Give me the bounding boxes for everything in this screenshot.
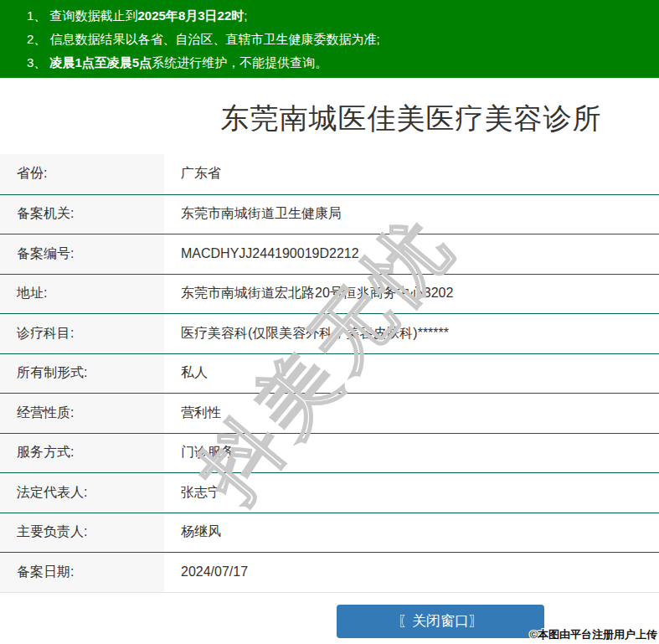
table-row-filing-authority: 备案机关: 东莞市南城街道卫生健康局 bbox=[0, 194, 659, 234]
field-label: 经营性质: bbox=[0, 394, 164, 433]
table-row-departments: 诊疗科目: 医疗美容科(仅限美容外科，美容皮肤科)****** bbox=[0, 313, 659, 353]
field-label: 法定代表人: bbox=[0, 473, 164, 513]
field-value: 营利性 bbox=[164, 394, 221, 433]
page-title: 东莞南城医佳美医疗美容诊所 bbox=[221, 102, 602, 134]
table-row-address: 地址: 东莞市南城街道宏北路20号恒兆商务中心3202 bbox=[0, 274, 659, 314]
field-label: 备案机关: bbox=[0, 195, 164, 234]
table-row-service-mode: 服务方式: 门诊服务 bbox=[0, 433, 659, 473]
title-wrap: 东莞南城医佳美医疗美容诊所 bbox=[0, 101, 659, 135]
table-row-legal-representative: 法定代表人: 张志宁 bbox=[0, 472, 659, 513]
field-value: MACDHYJJ244190019D2212 bbox=[164, 234, 359, 274]
field-label: 地址: bbox=[0, 275, 164, 314]
notice-3-text: 3、 bbox=[27, 55, 50, 70]
field-label: 服务方式: bbox=[0, 434, 164, 473]
table-row-business-nature: 经营性质: 营利性 bbox=[0, 393, 659, 433]
field-value: 杨继风 bbox=[164, 513, 221, 553]
field-value: 张志宁 bbox=[164, 473, 221, 513]
close-window-button[interactable]: 〖关闭窗口〗 bbox=[337, 605, 544, 638]
notice-line-3: 3、 凌晨1点至凌晨5点系统进行维护，不能提供查询。 bbox=[27, 51, 651, 75]
field-value: 医疗美容科(仅限美容外科，美容皮肤科)****** bbox=[164, 314, 449, 353]
field-value: 门诊服务 bbox=[164, 434, 234, 473]
field-value: 私人 bbox=[164, 354, 208, 394]
detail-table: 省份: 广东省 备案机关: 东莞市南城街道卫生健康局 备案编号: MACDHYJ… bbox=[0, 154, 659, 593]
field-label: 诊疗科目: bbox=[0, 314, 164, 353]
field-value: 2024/07/17 bbox=[164, 553, 248, 592]
field-label: 备案编号: bbox=[0, 234, 164, 274]
table-row-province: 省份: 广东省 bbox=[0, 154, 659, 194]
field-label: 省份: bbox=[0, 154, 164, 194]
table-row-filing-number: 备案编号: MACDHYJJ244190019D2212 bbox=[0, 234, 659, 274]
table-row-principal: 主要负责人: 杨继风 bbox=[0, 513, 659, 553]
notice-1-suffix: ; bbox=[244, 8, 247, 23]
field-value: 广东省 bbox=[164, 154, 221, 194]
uploader-copyright-stamp: ©本图由平台注册用户上传 bbox=[529, 627, 657, 642]
table-row-ownership: 所有制形式: 私人 bbox=[0, 353, 659, 394]
table-row-filing-date: 备案日期: 2024/07/17 bbox=[0, 552, 659, 592]
notice-1-bold: 2025年8月3日22时 bbox=[138, 8, 245, 23]
field-label: 所有制形式: bbox=[0, 354, 164, 394]
notice-3-suffix: 系统进行维护，不能提供查询。 bbox=[152, 55, 327, 70]
notice-1-text: 1、 查询数据截止到 bbox=[27, 8, 138, 23]
field-label: 主要负责人: bbox=[0, 513, 164, 553]
notice-banner: 1、 查询数据截止到2025年8月3日22时; 2、 信息数据结果以各省、自治区… bbox=[0, 0, 659, 78]
notice-3-bold: 凌晨1点至凌晨5点 bbox=[50, 55, 152, 70]
notice-2-text: 2、 信息数据结果以各省、自治区、直辖市卫生健康委数据为准; bbox=[27, 32, 380, 46]
field-value: 东莞市南城街道宏北路20号恒兆商务中心3202 bbox=[164, 275, 453, 314]
field-label: 备案日期: bbox=[0, 553, 164, 592]
notice-line-2: 2、 信息数据结果以各省、自治区、直辖市卫生健康委数据为准; bbox=[27, 28, 651, 51]
notice-line-1: 1、 查询数据截止到2025年8月3日22时; bbox=[27, 4, 651, 28]
field-value: 东莞市南城街道卫生健康局 bbox=[164, 195, 342, 234]
